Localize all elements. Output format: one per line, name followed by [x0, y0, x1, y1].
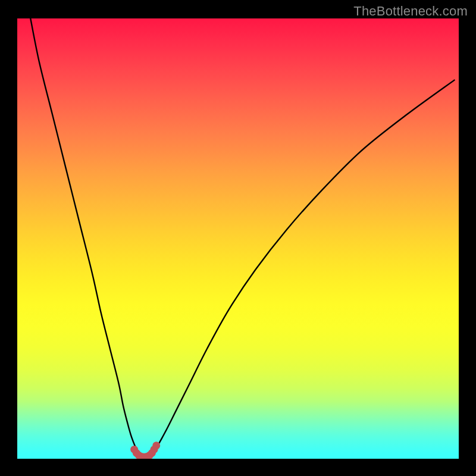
chart-frame: TheBottleneck.com [0, 0, 476, 476]
curve-layer [17, 18, 459, 459]
watermark-text: TheBottleneck.com [353, 4, 468, 19]
plot-area [17, 18, 459, 459]
left-branch-curve [30, 18, 139, 453]
right-branch-curve [152, 80, 454, 454]
valley-bead [152, 441, 160, 449]
